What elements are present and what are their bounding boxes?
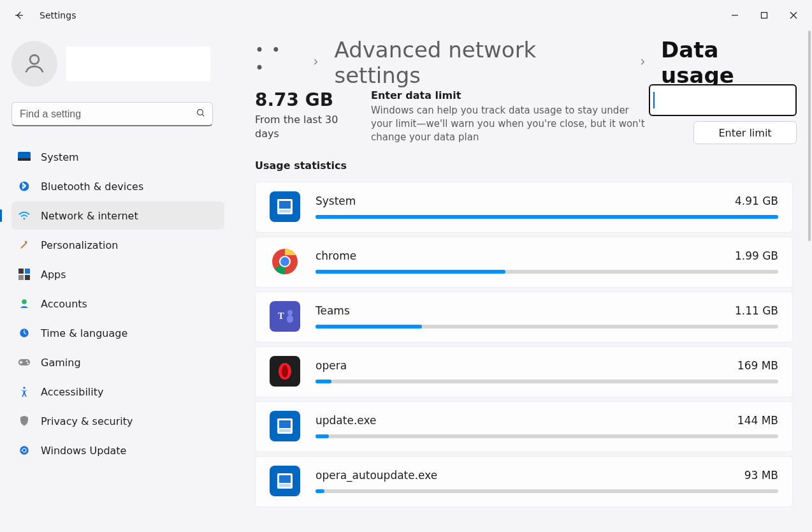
- svg-rect-4: [18, 158, 31, 161]
- enter-limit-button[interactable]: Enter limit: [693, 121, 797, 144]
- app-amount: 169 MB: [737, 359, 778, 372]
- app-amount: 93 MB: [744, 469, 778, 482]
- app-row[interactable]: System4.91 GB: [255, 182, 793, 233]
- search-icon: [196, 108, 206, 121]
- usage-bar: [315, 434, 778, 438]
- wifi-icon: [18, 209, 31, 222]
- close-icon: [790, 11, 797, 19]
- usage-stats-title: Usage statistics: [255, 159, 797, 172]
- account-block[interactable]: [0, 36, 224, 97]
- svg-rect-34: [279, 420, 291, 428]
- svg-point-1: [30, 55, 39, 64]
- breadcrumb-more[interactable]: • • •: [255, 41, 297, 84]
- bluetooth-icon: [18, 180, 31, 193]
- app-row[interactable]: opera_autoupdate.exe93 MB: [255, 456, 793, 507]
- svg-point-28: [287, 310, 293, 315]
- sidebar-item-network[interactable]: Network & internet: [11, 202, 224, 230]
- sidebar-item-apps[interactable]: Apps: [0, 260, 224, 288]
- total-usage-sub: From the last 30 days: [255, 113, 351, 142]
- svg-rect-11: [25, 275, 30, 280]
- usage-bar: [315, 489, 778, 493]
- svg-rect-10: [18, 275, 24, 280]
- filter-dropdown[interactable]: [649, 84, 797, 116]
- sidebar-item-gaming[interactable]: Gaming: [0, 348, 224, 376]
- maximize-button[interactable]: [750, 5, 779, 26]
- app-name: System: [315, 195, 356, 207]
- app-row[interactable]: opera169 MB: [255, 346, 793, 397]
- avatar: [11, 41, 57, 87]
- breadcrumb-parent[interactable]: Advanced network settings: [334, 37, 624, 88]
- sidebar-item-label: Windows Update: [41, 445, 126, 457]
- minimize-button[interactable]: [720, 5, 750, 26]
- sidebar-item-label: Privacy & security: [41, 415, 133, 427]
- svg-rect-29: [287, 315, 293, 323]
- usage-bar: [315, 380, 778, 383]
- account-name: [66, 47, 210, 81]
- app-row[interactable]: chrome1.99 GB: [255, 237, 793, 288]
- sidebar-item-time[interactable]: Time & language: [0, 319, 224, 347]
- app-icon: [270, 356, 300, 387]
- sidebar-item-label: Gaming: [41, 357, 81, 369]
- update-icon: [18, 444, 31, 457]
- app-icon: [270, 466, 300, 496]
- svg-rect-37: [279, 475, 291, 483]
- scrollbar-thumb[interactable]: [808, 31, 811, 241]
- svg-point-12: [22, 299, 27, 304]
- svg-point-6: [23, 218, 25, 219]
- app-amount: 4.91 GB: [735, 195, 778, 207]
- svg-point-18: [20, 446, 29, 455]
- sidebar-item-system[interactable]: System: [0, 143, 224, 171]
- svg-rect-20: [279, 201, 291, 209]
- svg-rect-9: [25, 269, 30, 274]
- sidebar-item-accounts[interactable]: Accounts: [0, 290, 224, 318]
- app-name: update.exe: [315, 414, 376, 427]
- maximize-icon: [760, 11, 768, 19]
- account-icon: [18, 297, 31, 310]
- sidebar: System Bluetooth & devices Network & int…: [0, 31, 224, 532]
- app-name: Teams: [315, 304, 350, 317]
- sidebar-item-personalization[interactable]: Personalization: [0, 231, 224, 259]
- sidebar-item-bluetooth[interactable]: Bluetooth & devices: [0, 172, 224, 200]
- gamepad-icon: [18, 356, 31, 369]
- total-block: 8.73 GB From the last 30 days: [255, 89, 351, 142]
- person-icon: [22, 51, 47, 77]
- sidebar-item-label: System: [41, 151, 79, 163]
- svg-point-17: [23, 387, 25, 388]
- svg-point-15: [26, 360, 28, 362]
- minimize-icon: [731, 11, 739, 19]
- data-limit-title: Enter data limit: [371, 89, 651, 101]
- app-icon: [270, 191, 300, 222]
- close-button[interactable]: [779, 5, 808, 26]
- main: • • • Advanced network settings Data usa…: [224, 31, 812, 532]
- nav: System Bluetooth & devices Network & int…: [0, 137, 224, 464]
- back-button[interactable]: [9, 5, 29, 26]
- total-usage-value: 8.73 GB: [255, 89, 351, 110]
- summary-row: 8.73 GB From the last 30 days Enter data…: [255, 84, 797, 159]
- svg-point-16: [27, 362, 29, 364]
- search-input[interactable]: [20, 108, 196, 120]
- app-row[interactable]: TTeams1.11 GB: [255, 292, 793, 343]
- titlebar: Settings: [0, 0, 812, 31]
- breadcrumb-current: Data usage: [661, 37, 797, 88]
- sidebar-item-label: Network & internet: [41, 210, 138, 222]
- app-icon: [270, 411, 300, 441]
- app-row[interactable]: update.exe144 MB: [255, 401, 793, 452]
- sidebar-item-accessibility[interactable]: Accessibility: [0, 378, 224, 406]
- breadcrumb: • • • Advanced network settings Data usa…: [255, 41, 797, 84]
- globe-clock-icon: [18, 327, 31, 339]
- accessibility-icon: [18, 385, 31, 398]
- sidebar-item-privacy[interactable]: Privacy & security: [0, 407, 224, 435]
- sidebar-item-label: Bluetooth & devices: [41, 181, 143, 193]
- data-limit-desc: Windows can help you track data usage to…: [371, 104, 651, 144]
- usage-bar: [315, 270, 778, 274]
- app-amount: 144 MB: [737, 414, 778, 427]
- app-name: opera: [315, 359, 347, 372]
- app-name: opera_autoupdate.exe: [315, 469, 437, 482]
- apps-icon: [18, 268, 31, 281]
- data-limit-block: Enter data limit Windows can help you tr…: [371, 89, 651, 144]
- app-amount: 1.11 GB: [735, 304, 778, 317]
- caption-buttons: [720, 5, 808, 26]
- sidebar-item-label: Accounts: [41, 298, 87, 310]
- search-box[interactable]: [11, 102, 213, 126]
- sidebar-item-update[interactable]: Windows Update: [0, 436, 224, 464]
